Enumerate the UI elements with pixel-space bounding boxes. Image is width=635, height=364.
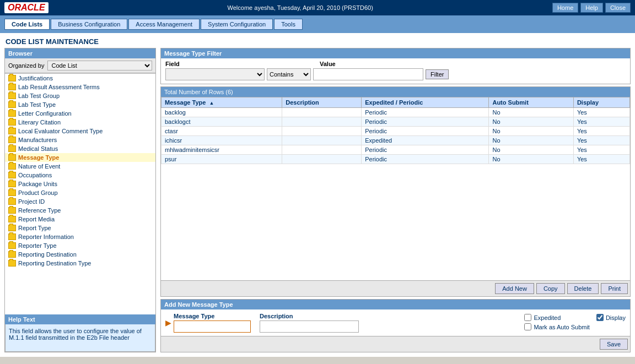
nav-tab-business-configuration[interactable]: Business Configuration <box>51 19 127 30</box>
tree-item[interactable]: Lab Test Type <box>5 100 155 109</box>
tree-item-label: Product Group <box>18 189 58 196</box>
col-message-type[interactable]: Message Type ▲ <box>162 97 282 108</box>
tree-item[interactable]: Medical Status <box>5 144 155 153</box>
tree-item[interactable]: Message Type <box>5 153 155 162</box>
tree-item[interactable]: Letter Configuration <box>5 109 155 118</box>
table-row[interactable]: mhlwadminitemsicsrPeriodicNoYes <box>162 145 630 155</box>
home-button[interactable]: Home <box>552 3 578 13</box>
folder-icon <box>8 84 16 90</box>
oracle-logo: ORACLE <box>4 2 49 13</box>
top-bar: ORACLE Welcome ayesha, Tuesday, April 20… <box>0 0 635 15</box>
display-col: Display <box>596 313 626 321</box>
tree-item-label: Occupations <box>18 172 52 178</box>
tree-item[interactable]: Reporting Destination <box>5 250 155 259</box>
tree-item[interactable]: Project ID <box>5 197 155 206</box>
filter-contains-select[interactable]: Contains Equals Starts With Ends With <box>267 68 311 80</box>
tree-item[interactable]: Lab Test Group <box>5 91 155 100</box>
tree-item-label: Reporter Information <box>18 233 74 240</box>
tree-item[interactable]: Reporter Information <box>5 232 155 241</box>
folder-icon <box>8 128 16 134</box>
folder-icon <box>8 145 16 152</box>
folder-icon <box>8 189 16 196</box>
folder-icon <box>8 216 16 222</box>
copy-button[interactable]: Copy <box>536 283 565 294</box>
nav-tab-access-management[interactable]: Access Management <box>128 19 200 30</box>
table-cell-display: Yes <box>573 136 629 145</box>
col-auto-submit[interactable]: Auto Submit <box>489 97 573 108</box>
expedited-checkbox[interactable] <box>524 314 531 321</box>
tree-item[interactable]: Reference Type <box>5 206 155 215</box>
tree-item[interactable]: Manufacturers <box>5 135 155 144</box>
table-cell-display: Yes <box>573 108 629 117</box>
tree-item[interactable]: Nature of Event <box>5 162 155 171</box>
table-cell-messageType: mhlwadminitemsicsr <box>162 145 282 155</box>
tree-item[interactable]: Reporter Type <box>5 241 155 250</box>
nav-tab-tools[interactable]: Tools <box>274 19 303 30</box>
table-cell-description <box>282 117 362 127</box>
add-new-button[interactable]: Add New <box>495 283 534 294</box>
filter-value-input[interactable] <box>313 68 423 80</box>
field-label: Field <box>165 61 270 67</box>
table-cell-expeditedPeriodic: Periodic <box>362 145 489 155</box>
tree-item[interactable]: Occupations <box>5 171 155 180</box>
folder-icon <box>8 260 16 267</box>
tree-item[interactable]: Lab Result Assessment Terms <box>5 83 155 91</box>
table-row[interactable]: psurPeriodicNoYes <box>162 155 630 164</box>
tree-item-label: Lab Test Group <box>18 93 60 99</box>
help-button[interactable]: Help <box>580 3 603 13</box>
table-row[interactable]: ichicsrExpeditedNoYes <box>162 136 630 145</box>
table-cell-messageType: backlogct <box>162 117 282 127</box>
tree-item[interactable]: Package Units <box>5 180 155 188</box>
table-cell-description <box>282 136 362 145</box>
tree-item[interactable]: Product Group <box>5 188 155 197</box>
filter-button[interactable]: Filter <box>426 69 449 79</box>
filter-section: Message Type Filter Field Value Contains… <box>160 48 631 84</box>
display-checkbox[interactable] <box>596 314 604 321</box>
expedited-checkbox-row: Expedited <box>524 314 590 321</box>
tree-item[interactable]: Justifications <box>5 74 155 83</box>
col-display[interactable]: Display <box>573 97 629 108</box>
table-row[interactable]: ctasrPeriodicNoYes <box>162 127 630 136</box>
folder-icon <box>8 75 16 82</box>
expedited-label: Expedited <box>534 314 561 321</box>
tree-item[interactable]: Report Media <box>5 215 155 224</box>
auto-submit-checkbox[interactable] <box>524 323 531 330</box>
table-cell-expeditedPeriodic: Periodic <box>362 108 489 117</box>
table-cell-autoSubmit: No <box>489 127 573 136</box>
description-input[interactable] <box>260 320 359 333</box>
auto-submit-label: Mark as Auto Submit <box>534 324 590 330</box>
welcome-text: Welcome ayesha, Tuesday, April 20, 2010 … <box>49 4 552 11</box>
message-type-label: Message Type <box>174 313 251 319</box>
table-cell-description <box>282 155 362 164</box>
folder-icon <box>8 110 16 117</box>
filter-field-select[interactable] <box>165 68 265 80</box>
tree-item[interactable]: Literary Citation <box>5 118 155 127</box>
organized-by-select[interactable]: Code List <box>47 61 152 70</box>
col-description[interactable]: Description <box>282 97 362 108</box>
tree-item[interactable]: Reporting Destination Type <box>5 259 155 268</box>
col-expedited-periodic[interactable]: Expedited / Periodic <box>362 97 489 108</box>
nav-tab-code-lists[interactable]: Code Lists <box>4 19 50 30</box>
tree-item[interactable]: Local Evaluator Comment Type <box>5 127 155 135</box>
checkboxes-col: Expedited Mark as Auto Submit <box>524 313 590 330</box>
table-cell-description <box>282 145 362 155</box>
print-button[interactable]: Print <box>601 283 628 294</box>
table-row[interactable]: backlogPeriodicNoYes <box>162 108 630 117</box>
data-table: Message Type ▲ Description Expedited / P… <box>161 97 630 164</box>
delete-button[interactable]: Delete <box>567 283 599 294</box>
table-row[interactable]: backlogctPeriodicNoYes <box>162 117 630 127</box>
nav-tab-system-configuration[interactable]: System Configuration <box>201 19 273 30</box>
tree-item[interactable]: Report Type <box>5 224 155 232</box>
save-button[interactable]: Save <box>600 339 628 350</box>
help-text-header: Help Text <box>5 314 155 324</box>
table-cell-description <box>282 127 362 136</box>
sort-arrow-message-type: ▲ <box>209 100 214 106</box>
tree-item-label: Message Type <box>18 154 59 161</box>
tree-item-label: Literary Citation <box>18 119 61 126</box>
table-cell-messageType: ctasr <box>162 127 282 136</box>
close-button[interactable]: Close <box>605 3 631 13</box>
left-panel: Browser Organized by Code List Justifica… <box>4 48 156 352</box>
message-type-input[interactable] <box>174 320 251 333</box>
nav-tabs: Code ListsBusiness ConfigurationAccess M… <box>0 15 635 33</box>
tree-item-label: Lab Result Assessment Terms <box>18 84 100 90</box>
